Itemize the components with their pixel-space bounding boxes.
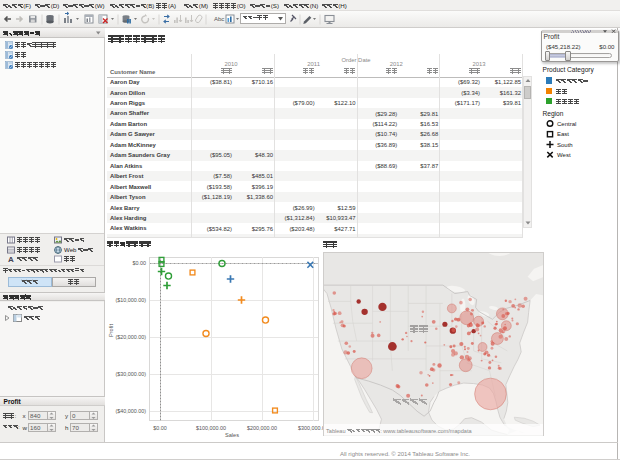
svg-text:A: A bbox=[8, 255, 14, 263]
